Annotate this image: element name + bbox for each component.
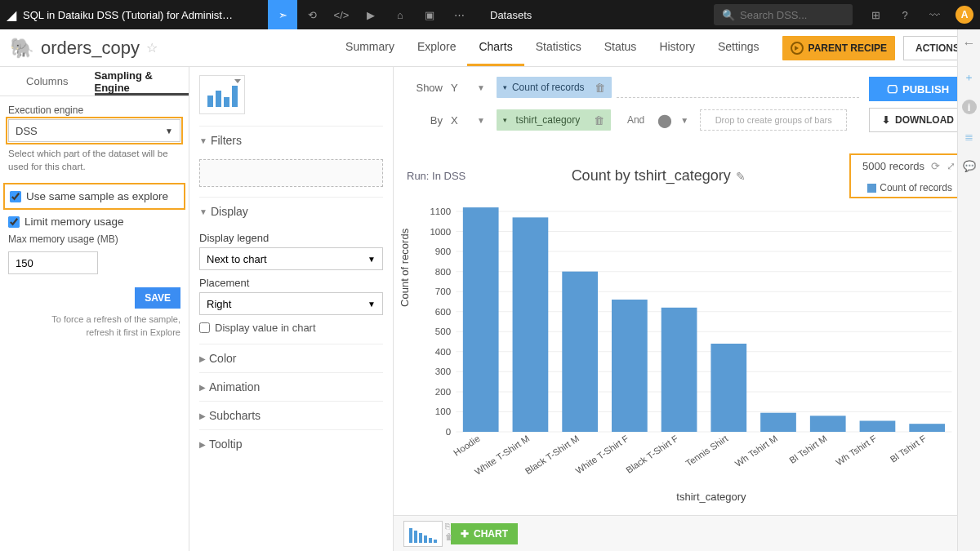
section-display[interactable]: ▼Display bbox=[199, 197, 383, 225]
section-animation[interactable]: ▶Animation bbox=[199, 372, 383, 401]
apps-icon[interactable]: ⊞ bbox=[861, 0, 890, 29]
breadcrumb[interactable]: Datasets bbox=[490, 9, 532, 21]
refresh-icon[interactable]: ⟳ bbox=[931, 160, 940, 172]
placement-label: Placement bbox=[199, 277, 383, 289]
svg-text:White T-Shirt F: White T-Shirt F bbox=[573, 433, 630, 476]
svg-rect-40 bbox=[860, 421, 896, 433]
flow-icon[interactable]: ➣ bbox=[268, 0, 297, 29]
section-tooltip[interactable]: ▶Tooltip bbox=[199, 429, 383, 458]
bar-chart: Count of records 01002003004005006007008… bbox=[413, 203, 960, 489]
run-engine-label: Run: In DSS bbox=[407, 170, 466, 182]
display-value-row[interactable]: Display value in chart bbox=[199, 322, 383, 334]
chat-icon[interactable]: 💬 bbox=[962, 158, 977, 173]
y-measure-pill[interactable]: ▾Count of records🗑 bbox=[497, 77, 612, 98]
same-sample-row[interactable]: Use same sample as explore bbox=[7, 186, 182, 207]
publish-button[interactable]: 🖵PUBLISH bbox=[869, 77, 967, 101]
svg-text:200: 200 bbox=[435, 387, 451, 397]
project-title[interactable]: SQL in Dataiku DSS (Tutorial) for Admini… bbox=[23, 9, 268, 21]
list-icon[interactable]: ≣ bbox=[962, 129, 977, 144]
display-legend-label: Display legend bbox=[199, 232, 383, 244]
avatar[interactable]: A bbox=[956, 6, 973, 24]
play-icon[interactable]: ▶ bbox=[356, 0, 385, 29]
back-arrow-icon[interactable]: ← bbox=[963, 36, 976, 56]
limit-mem-checkbox[interactable] bbox=[8, 216, 20, 228]
engine-dropdown[interactable]: DSS ▼ bbox=[8, 119, 180, 142]
svg-rect-28 bbox=[562, 272, 598, 432]
tab-status[interactable]: Status bbox=[593, 29, 648, 66]
svg-rect-32 bbox=[662, 308, 697, 432]
y-axis-title: Count of records bbox=[399, 229, 411, 307]
trash-icon[interactable]: 🗑 bbox=[445, 532, 453, 541]
dataiku-logo-icon[interactable]: ◢ bbox=[0, 7, 23, 23]
chart-config-pane: ▼Filters ▼Display Display legend Next to… bbox=[189, 67, 394, 551]
svg-text:Black T-Shirt F: Black T-Shirt F bbox=[624, 433, 680, 475]
info-icon[interactable]: i bbox=[962, 100, 977, 114]
filters-dropzone[interactable] bbox=[199, 159, 383, 187]
chart-title[interactable]: Count by tshirt_category✎ bbox=[466, 167, 851, 184]
tab-history[interactable]: History bbox=[648, 29, 706, 66]
section-color[interactable]: ▶Color bbox=[199, 344, 383, 372]
copy-icon[interactable]: ⎘ bbox=[445, 522, 453, 531]
section-filters[interactable]: ▼Filters bbox=[199, 126, 383, 154]
chart-pane: Show Y ▼ ▾Count of records🗑 By X ▼ ▾tshi… bbox=[394, 67, 980, 551]
add-chart-button[interactable]: ✚CHART bbox=[451, 523, 518, 544]
right-rail: ← ＋ i ≣ 💬 bbox=[957, 29, 980, 551]
y-dropzone[interactable] bbox=[617, 77, 859, 98]
download-icon: ⬇ bbox=[882, 114, 890, 126]
display-value-checkbox[interactable] bbox=[199, 322, 210, 333]
legend-pos-dropdown[interactable]: Next to chart▼ bbox=[199, 247, 383, 270]
dataset-header: 🐘 orders_copy ☆ Summary Explore Charts S… bbox=[0, 29, 980, 67]
remove-icon[interactable]: 🗑 bbox=[590, 82, 605, 94]
color-drop-icon[interactable]: ⬤ bbox=[657, 113, 672, 128]
x-dimension-pill[interactable]: ▾tshirt_category🗑 bbox=[497, 109, 611, 131]
section-subcharts[interactable]: ▶Subcharts bbox=[199, 401, 383, 429]
more-icon[interactable]: ⋯ bbox=[444, 0, 474, 29]
search-box[interactable]: 🔍 bbox=[714, 4, 853, 25]
placement-dropdown[interactable]: Right▼ bbox=[199, 292, 383, 315]
limit-mem-row[interactable]: Limit memory usage bbox=[0, 211, 189, 232]
parent-recipe-button[interactable]: PARENT RECIPE bbox=[782, 36, 895, 60]
chart-type-selector[interactable] bbox=[199, 75, 245, 114]
expand-icon[interactable]: ⤢ bbox=[947, 160, 956, 172]
group-dropzone[interactable]: Drop to create groups of bars bbox=[700, 109, 847, 131]
dashboard-icon[interactable]: ⌂ bbox=[385, 0, 415, 29]
left-tab-columns[interactable]: Columns bbox=[0, 67, 95, 96]
edit-icon[interactable]: ✎ bbox=[736, 170, 746, 183]
same-sample-checkbox[interactable] bbox=[10, 191, 21, 202]
svg-text:400: 400 bbox=[435, 347, 451, 357]
svg-text:700: 700 bbox=[435, 287, 451, 296]
chevron-down-icon[interactable]: ▼ bbox=[477, 116, 485, 125]
y-axis-label: Y bbox=[451, 82, 469, 94]
tab-settings[interactable]: Settings bbox=[706, 29, 771, 66]
engine-hint: Select which part of the dataset will be… bbox=[8, 147, 180, 173]
remove-icon[interactable]: 🗑 bbox=[589, 114, 604, 127]
force-refresh-hint2: refresh it first in Explore bbox=[0, 327, 189, 339]
chevron-down-icon[interactable]: ▼ bbox=[680, 116, 688, 125]
activity-icon[interactable]: 〰 bbox=[920, 0, 949, 29]
chevron-down-icon[interactable]: ▼ bbox=[477, 83, 485, 92]
watch-icon[interactable]: ☆ bbox=[146, 40, 158, 56]
svg-text:300: 300 bbox=[435, 367, 451, 377]
help-icon[interactable]: ? bbox=[890, 0, 920, 29]
add-icon[interactable]: ＋ bbox=[962, 70, 977, 85]
left-tab-sampling[interactable]: Sampling & Engine bbox=[95, 67, 189, 96]
chart-legend: Count of records bbox=[867, 182, 960, 193]
refresh-icon[interactable]: ⟲ bbox=[297, 0, 327, 29]
svg-text:600: 600 bbox=[435, 307, 451, 317]
tab-charts[interactable]: Charts bbox=[467, 29, 523, 66]
tab-summary[interactable]: Summary bbox=[334, 29, 406, 66]
save-button[interactable]: SAVE bbox=[135, 287, 180, 309]
mem-input[interactable] bbox=[8, 251, 98, 274]
download-button[interactable]: ⬇DOWNLOAD bbox=[869, 108, 967, 132]
svg-text:1000: 1000 bbox=[430, 227, 451, 237]
tab-explore[interactable]: Explore bbox=[406, 29, 467, 66]
record-count: 5000 records bbox=[862, 160, 924, 172]
search-input[interactable] bbox=[740, 9, 844, 21]
tab-statistics[interactable]: Statistics bbox=[524, 29, 593, 66]
panel-icon[interactable]: ▣ bbox=[415, 0, 444, 29]
svg-text:Bl Tshirt M: Bl Tshirt M bbox=[787, 433, 829, 465]
svg-text:Tennis Shirt: Tennis Shirt bbox=[684, 433, 730, 469]
and-label: And bbox=[627, 114, 644, 126]
code-icon[interactable]: </> bbox=[327, 0, 356, 29]
chart-thumbnail[interactable]: ⎘🗑 bbox=[403, 521, 443, 547]
